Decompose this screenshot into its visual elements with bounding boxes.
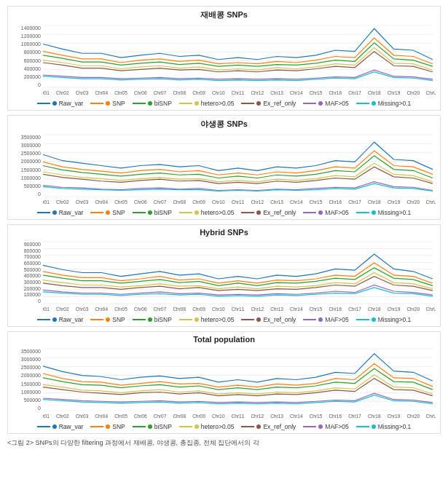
svg-text:Chr14: Chr14 bbox=[290, 199, 303, 205]
y-label: 200000 bbox=[12, 74, 41, 79]
legend-color bbox=[133, 212, 146, 213]
legend-wild: Raw_varSNPbiSNPhetero>0.05Ex_ref_onlyMAF… bbox=[12, 209, 436, 216]
legend-color bbox=[356, 103, 369, 104]
y-label: 500000 bbox=[12, 398, 41, 403]
legend-item: hetero>0.05 bbox=[179, 316, 235, 323]
y-label: 400000 bbox=[12, 66, 41, 71]
svg-text:Chr08: Chr08 bbox=[173, 307, 186, 312]
legend-label: Raw_var bbox=[59, 316, 84, 323]
chart-section-total: Total population350000030000002500000200… bbox=[7, 331, 441, 434]
y-label: 900000 bbox=[12, 242, 41, 247]
svg-text:Chr16: Chr16 bbox=[329, 90, 342, 95]
svg-text:ChrUn: ChrUn bbox=[426, 414, 436, 419]
legend-dot bbox=[372, 424, 376, 429]
y-label: 3000000 bbox=[12, 357, 41, 362]
y-label: 0 bbox=[12, 299, 41, 304]
chart-title-hybrid: Hybrid SNPs bbox=[12, 228, 436, 237]
svg-text:Chr20: Chr20 bbox=[406, 307, 420, 312]
svg-text:Chr15: Chr15 bbox=[310, 414, 323, 419]
legend-label: hetero>0.05 bbox=[201, 423, 235, 430]
y-label: 1200000 bbox=[12, 33, 41, 39]
legend-color bbox=[241, 426, 254, 427]
line-missing01 bbox=[43, 395, 433, 404]
legend-item: Missing>0.1 bbox=[356, 316, 412, 323]
svg-text:Chr05: Chr05 bbox=[114, 90, 127, 95]
page-container: 재배콩 SNPs14000001200000100000080000060000… bbox=[0, 0, 448, 452]
y-axis: 3500000300000025000002000000150000010000… bbox=[12, 131, 43, 208]
legend-label: Missing>0.1 bbox=[378, 316, 412, 323]
svg-text:Chr10: Chr10 bbox=[212, 199, 225, 205]
y-label: 3500000 bbox=[12, 135, 41, 140]
line-raw_var bbox=[43, 254, 433, 279]
y-label: 400000 bbox=[12, 273, 41, 278]
svg-text:Chr01: Chr01 bbox=[43, 199, 50, 205]
legend-dot bbox=[372, 317, 376, 322]
y-label: 200000 bbox=[12, 286, 41, 291]
legend-color bbox=[356, 319, 369, 320]
chart-svg-wild: Chr01Chr02Chr03Chr04Chr05Chr06Chr07Chr08… bbox=[43, 131, 436, 208]
legend-item: hetero>0.05 bbox=[179, 423, 235, 430]
svg-text:Chr01: Chr01 bbox=[43, 414, 50, 419]
svg-text:Chr19: Chr19 bbox=[388, 199, 401, 205]
legend-dot bbox=[318, 101, 323, 106]
svg-text:Chr17: Chr17 bbox=[348, 199, 361, 205]
legend-item: SNP bbox=[90, 100, 125, 107]
legend-dot bbox=[256, 101, 261, 106]
legend-color bbox=[90, 426, 103, 427]
y-label: 0 bbox=[12, 191, 41, 197]
svg-text:Chr12: Chr12 bbox=[251, 90, 264, 95]
y-label: 800000 bbox=[12, 50, 41, 55]
svg-text:Chr18: Chr18 bbox=[368, 90, 381, 95]
legend-item: biSNP bbox=[133, 423, 172, 430]
legend-label: biSNP bbox=[154, 209, 172, 216]
line-ex_ref_only bbox=[43, 167, 433, 183]
legend-item: Ex_ref_only bbox=[241, 100, 296, 107]
legend-item: biSNP bbox=[133, 209, 172, 216]
y-label: 500000 bbox=[12, 267, 41, 272]
svg-text:Chr02: Chr02 bbox=[56, 90, 69, 95]
svg-text:Chr19: Chr19 bbox=[388, 307, 401, 312]
chart-svg-soybean: Chr01Chr02Chr03Chr04Chr05Chr06Chr07Chr08… bbox=[43, 22, 436, 98]
y-label: 1000000 bbox=[12, 390, 41, 395]
svg-text:Chr07: Chr07 bbox=[154, 90, 167, 95]
y-label: 1000000 bbox=[12, 42, 41, 47]
legend-item: hetero>0.05 bbox=[179, 209, 235, 216]
y-label: 700000 bbox=[12, 254, 41, 259]
svg-text:Chr05: Chr05 bbox=[114, 199, 127, 205]
legend-dot bbox=[372, 210, 376, 215]
svg-text:Chr17: Chr17 bbox=[348, 307, 361, 312]
legend-soybean: Raw_varSNPbiSNPhetero>0.05Ex_ref_onlyMAF… bbox=[12, 100, 436, 107]
svg-text:Chr15: Chr15 bbox=[310, 199, 323, 205]
line-raw_var bbox=[43, 28, 433, 60]
legend-label: MAF>05 bbox=[325, 423, 348, 430]
legend-color bbox=[179, 212, 192, 213]
legend-label: MAF>05 bbox=[325, 100, 348, 107]
line-raw_var bbox=[43, 354, 433, 382]
y-label: 2000000 bbox=[12, 159, 41, 164]
svg-text:Chr08: Chr08 bbox=[173, 199, 186, 205]
y-axis: 1400000120000010000008000006000004000002… bbox=[12, 22, 43, 98]
chart-title-wild: 야생콩 SNPs bbox=[12, 119, 436, 130]
legend-dot bbox=[52, 210, 57, 215]
legend-item: MAF>05 bbox=[303, 100, 348, 107]
svg-text:Chr13: Chr13 bbox=[270, 90, 283, 95]
legend-color bbox=[241, 103, 254, 104]
chart-section-wild: 야생콩 SNPs35000003000000250000020000001500… bbox=[7, 115, 441, 220]
svg-text:Chr07: Chr07 bbox=[154, 199, 167, 205]
legend-color bbox=[133, 426, 146, 427]
legend-color bbox=[241, 319, 254, 320]
legend-dot bbox=[106, 317, 110, 322]
legend-color bbox=[241, 212, 254, 213]
y-label: 3000000 bbox=[12, 143, 41, 148]
svg-text:Chr13: Chr13 bbox=[270, 414, 283, 419]
legend-item: MAF>05 bbox=[303, 316, 348, 323]
legend-label: biSNP bbox=[154, 316, 172, 323]
svg-text:Chr14: Chr14 bbox=[290, 414, 303, 419]
legend-color bbox=[303, 426, 316, 427]
charts-container: 재배콩 SNPs14000001200000100000080000060000… bbox=[7, 6, 441, 434]
legend-color bbox=[303, 212, 316, 213]
svg-text:Chr03: Chr03 bbox=[76, 90, 89, 95]
legend-dot bbox=[148, 210, 152, 215]
line-missing01 bbox=[43, 72, 433, 81]
legend-dot bbox=[372, 101, 376, 106]
